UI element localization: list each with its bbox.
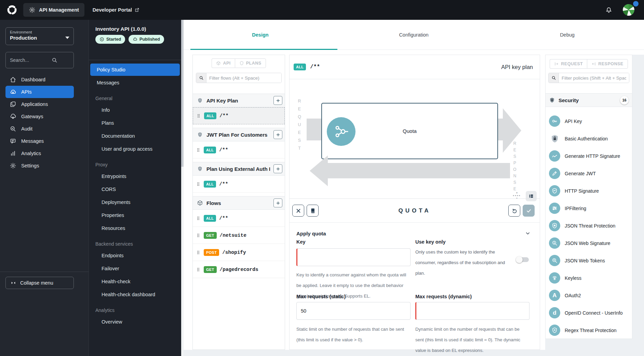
- flow-item-all[interactable]: ALL /**: [193, 141, 285, 159]
- response-arrow-head: [310, 155, 328, 186]
- filter-policies-input[interactable]: [559, 73, 629, 83]
- api-nav-item-health-check[interactable]: Health-check: [90, 275, 180, 288]
- reset-button[interactable]: [508, 205, 520, 217]
- sidebar-item-analytics[interactable]: Analytics: [5, 147, 74, 160]
- policy-json-threat-protection[interactable]: JSON Threat Protection: [546, 217, 632, 234]
- api-nav-item-endpoints[interactable]: Endpoints: [90, 249, 180, 262]
- key-input[interactable]: [296, 248, 411, 266]
- flow-item-all[interactable]: ALL /**: [193, 210, 285, 227]
- user-avatar[interactable]: [623, 4, 634, 16]
- flow-group-api-key-plan[interactable]: API Key Plan: [193, 94, 285, 107]
- policy-generate-jwt[interactable]: Generate JWT: [546, 165, 632, 182]
- plans-scope-button[interactable]: PLANS: [235, 58, 266, 68]
- api-nav-item-policy-studio[interactable]: Policy Studio: [90, 64, 180, 76]
- sidebar-item-applications[interactable]: Applications: [5, 98, 74, 110]
- notifications-bell-icon[interactable]: [605, 6, 613, 14]
- flow-group-flows[interactable]: Flows: [193, 196, 285, 210]
- quota-policy-node[interactable]: Quota: [321, 103, 498, 159]
- add-flow-button[interactable]: [273, 96, 282, 105]
- tab-configuration[interactable]: Configuration: [337, 20, 491, 50]
- flow-item-get-netsuite[interactable]: GET /netsuite: [193, 227, 285, 244]
- policy-label: JSON Threat Protection: [565, 223, 615, 229]
- sidebar-item-audit[interactable]: Audit: [5, 123, 74, 135]
- flow-item-all[interactable]: ALL /**: [193, 176, 285, 193]
- drag-handle-icon[interactable]: [196, 266, 201, 273]
- scrollbar-thumb[interactable]: [181, 20, 184, 167]
- tab-debug[interactable]: Debug: [491, 20, 644, 50]
- confirm-button[interactable]: [523, 205, 535, 217]
- drag-handle-icon[interactable]: [196, 181, 201, 187]
- sidebar-item-apis[interactable]: APIs: [5, 86, 74, 98]
- arrow-bar-left-icon: [591, 61, 596, 66]
- flow-item-post-shopify[interactable]: POST /shopify: [193, 244, 285, 261]
- api-nav-item-user-and-group-access[interactable]: User and group access: [90, 143, 180, 155]
- tab-design[interactable]: Design: [184, 20, 337, 50]
- api-nav-item-messages[interactable]: Messages: [90, 77, 180, 89]
- api-nav-item-info[interactable]: Info: [90, 104, 180, 116]
- api-nav-item-properties[interactable]: Properties: [90, 209, 180, 221]
- drag-handle-icon[interactable]: [196, 113, 201, 119]
- signature-icon: [551, 153, 558, 159]
- drag-handle-icon[interactable]: [196, 249, 201, 256]
- policy-openid-connect-userinfo[interactable]: dOpenID Connect - UserInfo: [546, 304, 632, 321]
- flow-group-plan-using-external-auth-p[interactable]: Plan Using External Auth P: [193, 162, 285, 176]
- sidebar-item-settings[interactable]: Settings: [5, 160, 74, 172]
- section-gap: [193, 159, 285, 162]
- add-flow-button[interactable]: [273, 198, 282, 207]
- flow-group-name: API Key Plan: [206, 98, 270, 104]
- api-nav-item-health-check-dashboard[interactable]: Health-check dashboard: [90, 288, 180, 301]
- collapse-menu-button[interactable]: Collapse menu: [5, 277, 74, 289]
- flow-item-get-pagedrecords[interactable]: GET /pagedrecords: [193, 261, 285, 278]
- sidebar-item-messages[interactable]: Messages: [5, 135, 74, 147]
- policy-json-web-tokens[interactable]: JSON Web Tokens: [546, 252, 632, 269]
- close-editor-button[interactable]: [292, 205, 304, 217]
- api-nav-item-plans[interactable]: Plans: [90, 117, 180, 129]
- drag-handle-icon[interactable]: [196, 215, 201, 221]
- security-section-header[interactable]: Security 16: [546, 93, 632, 107]
- max-dynamic-input[interactable]: [415, 302, 529, 320]
- api-management-chip[interactable]: API Management: [23, 3, 84, 17]
- filter-flows-input[interactable]: [206, 73, 281, 83]
- policy-oauth2[interactable]: AOAuth2: [546, 287, 632, 304]
- policy-http-signature[interactable]: HTTP Signature: [546, 182, 632, 200]
- api-nav-item-resources[interactable]: Resources: [90, 222, 180, 234]
- api-nav-item-documentation[interactable]: Documentation: [90, 130, 180, 142]
- policy-label: OAuth2: [565, 293, 581, 298]
- response-phase-button[interactable]: RESPONSE: [587, 59, 628, 69]
- api-nav-item-failover[interactable]: Failover: [90, 262, 180, 275]
- policy-json-web-signature[interactable]: JSON Web Signature: [546, 234, 632, 252]
- api-nav-item-entrypoints[interactable]: Entrypoints: [90, 170, 180, 182]
- add-flow-button[interactable]: [273, 164, 282, 173]
- use-key-only-toggle[interactable]: [516, 256, 529, 263]
- policy-keyless[interactable]: Keyless: [546, 269, 632, 287]
- developer-portal-link[interactable]: Developer Portal: [93, 7, 139, 13]
- add-flow-button[interactable]: [273, 130, 282, 139]
- request-phase-button[interactable]: REQUEST: [550, 59, 587, 69]
- sidebar-item-dashboard[interactable]: Dashboard: [5, 73, 74, 86]
- api-nav-item-overview[interactable]: Overview: [90, 316, 180, 328]
- flow-group-jwt-plan-for-customers[interactable]: JWT Plan For Customers: [193, 128, 285, 141]
- apply-quota-section-toggle[interactable]: Apply quota: [290, 223, 540, 244]
- flow-path: /**: [219, 113, 228, 119]
- drag-handle-icon[interactable]: [196, 232, 201, 238]
- policy-basic-authentication[interactable]: Basic Authentication: [546, 130, 632, 147]
- flow-item-all[interactable]: ALL /**: [193, 107, 285, 124]
- sidebar-search-input[interactable]: Search...: [5, 52, 74, 68]
- policy-api-key[interactable]: API Key: [546, 112, 632, 130]
- policy-ipfiltering[interactable]: IPFiltering: [546, 200, 632, 217]
- policy-generate-http-signature[interactable]: Generate HTTP Signature: [546, 147, 632, 165]
- api-management-label: API Management: [39, 7, 79, 13]
- api-sidebar-scrollbar[interactable]: [181, 20, 184, 356]
- environment-select[interactable]: Environment Production: [5, 27, 74, 45]
- max-static-input[interactable]: [296, 302, 411, 320]
- api-nav-item-cors[interactable]: CORS: [90, 183, 180, 195]
- sidebar-item-gateways[interactable]: Gateways: [5, 110, 74, 123]
- documentation-button[interactable]: [307, 205, 319, 217]
- drag-handle-icon[interactable]: [196, 147, 201, 153]
- shield-icon: [239, 61, 244, 66]
- policy-regex-threat-protection[interactable]: Regex Threat Protection: [546, 321, 632, 339]
- api-nav-item-deployments[interactable]: Deployments: [90, 196, 180, 208]
- security-section-label: Security: [559, 97, 617, 103]
- policy-label: Basic Authentication: [565, 136, 608, 141]
- api-scope-button[interactable]: API: [212, 58, 234, 68]
